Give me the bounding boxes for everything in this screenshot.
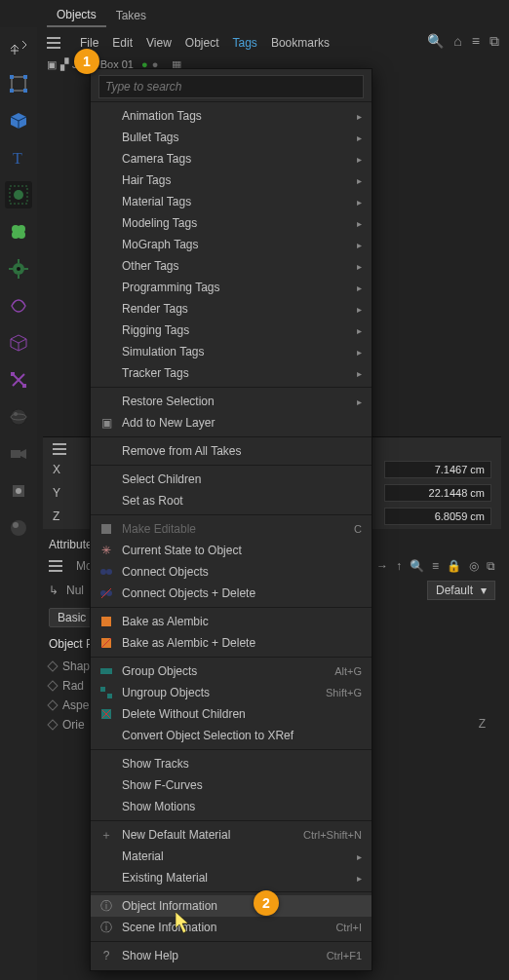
info-icon: ⓘ	[98, 898, 114, 914]
selection-tool-icon[interactable]	[5, 181, 32, 208]
left-toolbar: T	[0, 27, 37, 980]
submenu-rigging-tags[interactable]: Rigging Tags▸	[91, 320, 372, 341]
chevron-down-icon: ▾	[481, 584, 487, 597]
deformer-tool-icon[interactable]	[5, 329, 32, 357]
tab-basic[interactable]: Basic	[49, 608, 95, 627]
submenu-mograph-tags[interactable]: MoGraph Tags▸	[91, 234, 372, 255]
menu-object-information[interactable]: ⓘObject Information	[91, 895, 372, 917]
layer-icon: ▞	[60, 58, 68, 71]
submenu-modeling-tags[interactable]: Modeling Tags▸	[91, 212, 372, 234]
text-tool-icon[interactable]: T	[5, 144, 32, 171]
submenu-material-tags[interactable]: Material Tags▸	[91, 191, 372, 212]
svg-rect-22	[11, 372, 15, 376]
menu-delete-without-children[interactable]: Delete Without Children	[91, 703, 372, 725]
rect-tool-icon[interactable]	[5, 70, 32, 97]
menu-set-as-root[interactable]: Set as Root	[91, 490, 372, 511]
context-search-input[interactable]	[98, 75, 364, 98]
expand-icon[interactable]: ▣	[47, 58, 57, 71]
attr-filter-icon[interactable]: ≡	[432, 559, 439, 573]
menu-current-state-to-object[interactable]: ✳Current State to Object	[91, 540, 372, 561]
light-tool-icon[interactable]	[5, 477, 32, 505]
axis-tool-icon[interactable]	[5, 33, 32, 60]
search-icon[interactable]: 🔍	[427, 33, 444, 50]
submenu-hair-tags[interactable]: Hair Tags▸	[91, 170, 372, 191]
submenu-simulation-tags[interactable]: Simulation Tags▸	[91, 341, 372, 362]
menu-connect-objects[interactable]: Connect Objects	[91, 561, 372, 583]
submenu-bullet-tags[interactable]: Bullet Tags▸	[91, 127, 372, 148]
history-up-icon[interactable]: ↑	[396, 559, 402, 573]
menu-edit[interactable]: Edit	[112, 36, 133, 50]
menu-show-fcurves[interactable]: Show F-Curves	[91, 774, 372, 796]
material-tool-icon[interactable]	[5, 514, 32, 542]
coord-y-value[interactable]: 22.1448 cm	[384, 484, 491, 502]
submenu-tracker-tags[interactable]: Tracker Tags▸	[91, 362, 372, 384]
submenu-animation-tags[interactable]: Animation Tags▸	[91, 105, 372, 127]
menu-group-objects[interactable]: Group ObjectsAlt+G	[91, 660, 372, 682]
menu-ungroup-objects[interactable]: Ungroup ObjectsShift+G	[91, 682, 372, 703]
menu-remove-from-all-takes[interactable]: Remove from All Takes	[91, 440, 372, 462]
coord-z-value[interactable]: 6.8059 cm	[384, 508, 491, 525]
menu-select-children[interactable]: Select Children	[91, 469, 372, 490]
coord-x-value[interactable]: 7.1467 cm	[384, 461, 491, 478]
attr-lock-icon[interactable]: 🔒	[447, 559, 461, 573]
menu-icon[interactable]	[47, 37, 60, 49]
menu-tags[interactable]: Tags	[233, 36, 257, 50]
attr-popout-icon[interactable]: ⧉	[487, 559, 495, 573]
tab-objects[interactable]: Objects	[47, 4, 106, 27]
menu-add-to-new-layer[interactable]: ▣Add to New Layer	[91, 412, 372, 433]
submenu-existing-material[interactable]: Existing Material▸	[91, 867, 372, 888]
submenu-programming-tags[interactable]: Programming Tags▸	[91, 277, 372, 298]
menu-connect-objects-delete[interactable]: Connect Objects + Delete	[91, 583, 372, 604]
popout-icon[interactable]: ⧉	[489, 33, 499, 50]
svg-rect-44	[100, 687, 105, 692]
svg-point-24	[11, 409, 26, 425]
menu-show-tracks[interactable]: Show Tracks	[91, 753, 372, 774]
menu-bake-alembic-delete[interactable]: Bake as Alembic + Delete	[91, 632, 372, 654]
cloner-tool-icon[interactable]	[5, 218, 32, 245]
menu-show-help[interactable]: ?Show HelpCtrl+F1	[91, 945, 372, 966]
node-tool-icon[interactable]	[5, 366, 32, 394]
field-tool-icon[interactable]	[5, 292, 32, 320]
svg-point-36	[100, 590, 106, 596]
menu-scene-information[interactable]: ⓘScene InformationCtrl+I	[91, 917, 372, 938]
svg-rect-2	[23, 75, 27, 79]
keyframe-diamond-icon[interactable]	[47, 680, 58, 691]
keyframe-diamond-icon[interactable]	[47, 660, 58, 671]
home-icon[interactable]: ⌂	[453, 33, 461, 50]
menu-convert-to-xref[interactable]: Convert Object Selection to XRef	[91, 725, 372, 746]
info-icon: ⓘ	[98, 920, 114, 935]
coord-menu-icon[interactable]	[53, 443, 66, 455]
layer-dropdown[interactable]: Default▾	[427, 581, 495, 600]
history-fwd-icon[interactable]: →	[376, 559, 388, 573]
keyframe-diamond-icon[interactable]	[47, 699, 58, 710]
attr-menu-icon[interactable]	[49, 560, 62, 572]
svg-rect-4	[23, 89, 27, 93]
sphere-tool-icon[interactable]	[5, 403, 32, 431]
null-icon: ↳	[49, 584, 59, 597]
svg-rect-45	[107, 694, 112, 698]
filter-icon[interactable]: ≡	[472, 33, 480, 50]
camera-tool-icon[interactable]	[5, 440, 32, 468]
menu-bookmarks[interactable]: Bookmarks	[271, 36, 330, 50]
submenu-other-tags[interactable]: Other Tags▸	[91, 255, 372, 277]
connect-delete-icon	[98, 585, 114, 601]
svg-rect-33	[101, 524, 111, 534]
menu-object[interactable]: Object	[185, 36, 219, 50]
menu-bake-alembic[interactable]: Bake as Alembic	[91, 611, 372, 632]
keyframe-diamond-icon[interactable]	[47, 719, 58, 730]
submenu-material[interactable]: Material▸	[91, 846, 372, 867]
menu-file[interactable]: File	[80, 36, 98, 50]
attr-target-icon[interactable]: ◎	[469, 559, 479, 573]
menu-view[interactable]: View	[146, 36, 172, 50]
gear-tool-icon[interactable]	[5, 255, 32, 283]
submenu-camera-tags[interactable]: Camera Tags▸	[91, 148, 372, 170]
cube-tool-icon[interactable]	[5, 107, 32, 134]
menu-new-default-material[interactable]: ＋New Default MaterialCtrl+Shift+N	[91, 824, 372, 846]
menu-restore-selection[interactable]: Restore Selection▸	[91, 391, 372, 412]
svg-rect-27	[11, 450, 20, 458]
submenu-render-tags[interactable]: Render Tags▸	[91, 298, 372, 320]
attr-search-icon[interactable]: 🔍	[410, 559, 424, 573]
chevron-right-icon: ▸	[357, 197, 362, 207]
tab-takes[interactable]: Takes	[106, 5, 156, 26]
menu-show-motions[interactable]: Show Motions	[91, 796, 372, 817]
